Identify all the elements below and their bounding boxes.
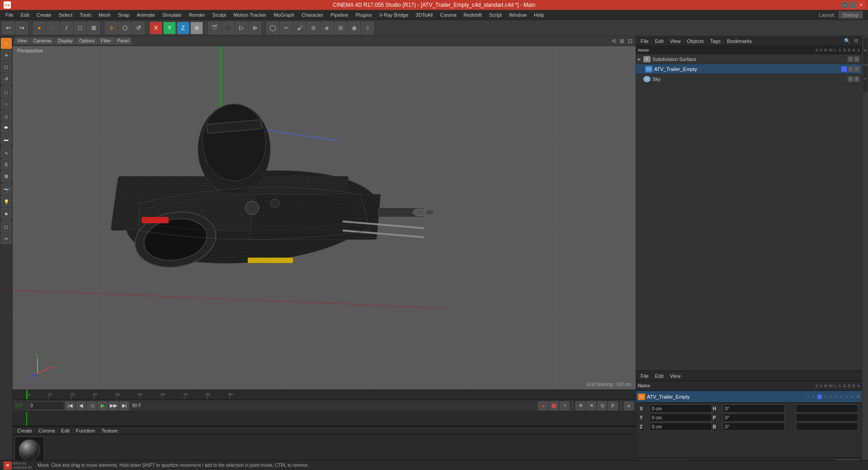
tool-rotate[interactable]: ↺: [132, 22, 145, 34]
menu-script[interactable]: Script: [486, 10, 505, 19]
tool-select[interactable]: ↖: [1, 38, 12, 49]
menu-edit[interactable]: Edit: [17, 10, 33, 19]
obj-tag-check6[interactable]: ✓: [854, 76, 859, 82]
tool-cube[interactable]: □: [1, 87, 12, 98]
vp-menu-panel[interactable]: Panel: [115, 38, 132, 44]
vp-icon-3[interactable]: ⊡: [627, 38, 634, 44]
axis-z[interactable]: Z: [177, 22, 189, 34]
mode-uv[interactable]: ⊞: [87, 22, 100, 34]
tool-light[interactable]: 💡: [1, 196, 12, 207]
menu-help[interactable]: Help: [530, 10, 548, 19]
vp-menu-display[interactable]: Display: [55, 38, 75, 44]
tool-sphere2[interactable]: ○: [1, 99, 12, 109]
tool-cone[interactable]: △: [1, 110, 12, 121]
attr-icon-2[interactable]: ✓: [812, 395, 816, 399]
menu-pipeline[interactable]: Pipeline: [327, 10, 352, 19]
menu-character[interactable]: Character: [298, 10, 327, 19]
attr-icon-1[interactable]: ✓: [807, 395, 810, 399]
obj-tag-check3[interactable]: ✓: [848, 66, 853, 72]
attr-icon-6[interactable]: ✓: [835, 395, 838, 399]
menu-file[interactable]: File: [2, 10, 17, 19]
tool-scale[interactable]: ⬡: [118, 22, 131, 34]
coord-z-input[interactable]: [650, 423, 712, 431]
coord-p-input[interactable]: [723, 414, 785, 422]
menu-3dtoall[interactable]: 3DToAll: [412, 10, 436, 19]
tool-knife2[interactable]: ✂: [1, 233, 12, 244]
tool-mat[interactable]: ◈: [321, 22, 333, 34]
attr-icon-5[interactable]: ✓: [829, 395, 833, 399]
frame-input[interactable]: [28, 402, 64, 410]
attr-icon-8[interactable]: ✓: [845, 395, 849, 399]
menu-motion-tracker[interactable]: Motion Tracker: [230, 10, 270, 19]
obj-tag-check2[interactable]: ✓: [854, 56, 859, 62]
attr-menu-edit[interactable]: Edit: [652, 372, 666, 380]
attr-icon-9[interactable]: ✓: [851, 395, 854, 399]
attr-menu-file[interactable]: File: [638, 372, 651, 380]
tool-sphere[interactable]: ◯: [266, 22, 279, 34]
strip-btn-2[interactable]: L: [863, 66, 868, 93]
menu-select[interactable]: Select: [55, 10, 76, 19]
tool-poly[interactable]: ⬡: [1, 221, 12, 232]
axis-y[interactable]: Y: [163, 22, 176, 34]
tool-knife[interactable]: ✂: [280, 22, 292, 34]
tool-plane[interactable]: ▬: [1, 134, 12, 145]
mat-menu-texture[interactable]: Texture: [99, 427, 120, 434]
viewport[interactable]: View Cameras Display Options Filter Pane…: [13, 36, 636, 390]
maximize-button[interactable]: □: [850, 2, 856, 8]
vp-icon-1[interactable]: ⟲: [610, 38, 618, 44]
mode-object[interactable]: ●: [33, 22, 46, 34]
undo-button[interactable]: ↩: [2, 22, 14, 34]
tool-nurbs[interactable]: S: [1, 159, 12, 170]
redo-button[interactable]: ↪: [15, 22, 28, 34]
mat-menu-function[interactable]: Function: [73, 427, 98, 434]
tool-camera[interactable]: 📷: [1, 184, 12, 195]
obj-menu-file[interactable]: File: [638, 38, 651, 45]
render-region[interactable]: ⬛: [222, 22, 234, 34]
play-reverse-button[interactable]: ◁: [87, 401, 97, 410]
menu-vray[interactable]: V-Ray Bridge: [376, 10, 412, 19]
render-preview[interactable]: 🎬: [208, 22, 221, 34]
go-start-button[interactable]: |◀: [65, 401, 75, 410]
go-end-button[interactable]: ▶|: [119, 401, 129, 410]
menu-corona[interactable]: Corona: [436, 10, 460, 19]
tool-sym[interactable]: ⊕: [307, 22, 320, 34]
menu-redshift[interactable]: Redshift: [460, 10, 485, 19]
help-button[interactable]: ?: [560, 401, 570, 410]
tool-extra2[interactable]: ◊: [361, 22, 374, 34]
menu-snap[interactable]: Snap: [114, 10, 133, 19]
obj-row-sky[interactable]: ○ Sky ✓ ✓: [636, 74, 862, 84]
obj-tag-check[interactable]: ✓: [848, 56, 853, 62]
attr-menu-view[interactable]: View: [667, 372, 684, 380]
tool-scale2[interactable]: ⬡: [1, 61, 12, 72]
key-add[interactable]: ✛: [576, 401, 585, 410]
render-all-views[interactable]: ⊳: [249, 22, 261, 34]
key-remove[interactable]: ✕: [586, 401, 596, 410]
tool-spline[interactable]: ∿: [1, 147, 12, 158]
axis-x[interactable]: X: [150, 22, 162, 34]
mode-points[interactable]: ·: [47, 22, 59, 34]
menu-window[interactable]: Window: [505, 10, 530, 19]
mat-menu-create[interactable]: Create: [14, 427, 35, 434]
coord-y-input[interactable]: [650, 414, 712, 422]
mode-edges[interactable]: /: [60, 22, 73, 34]
obj-menu-objects[interactable]: Objects: [684, 38, 706, 45]
obj-menu-bookmarks[interactable]: Bookmarks: [724, 38, 755, 45]
coord-x-input[interactable]: [650, 404, 712, 413]
tool-deform[interactable]: ⌘: [1, 171, 12, 182]
obj-row-subdivision[interactable]: ▶ S Subdivision Surface ✓ ✓: [636, 54, 862, 64]
menu-plugins[interactable]: Plugins: [352, 10, 375, 19]
obj-icon-settings[interactable]: ⚙: [853, 38, 860, 44]
vp-menu-view[interactable]: View: [14, 38, 30, 44]
key-select[interactable]: ⊙: [597, 401, 607, 410]
tool-extra1[interactable]: ◉: [348, 22, 360, 34]
more-options[interactable]: ≡: [624, 401, 634, 410]
step-back-button[interactable]: ◀: [76, 401, 86, 410]
vp-menu-options[interactable]: Options: [76, 38, 97, 44]
attr-icon-7[interactable]: ✓: [840, 395, 844, 399]
menu-mesh[interactable]: Mesh: [95, 10, 114, 19]
tool-rotate2[interactable]: ↺: [1, 73, 12, 84]
render-active-view[interactable]: ▷: [235, 22, 248, 34]
obj-row-atv[interactable]: LO ATV_Trailer_Empty ✓ ✓: [636, 64, 862, 74]
tool-cylinder[interactable]: ⬬: [1, 122, 12, 133]
obj-menu-tags[interactable]: Tags: [708, 38, 723, 45]
